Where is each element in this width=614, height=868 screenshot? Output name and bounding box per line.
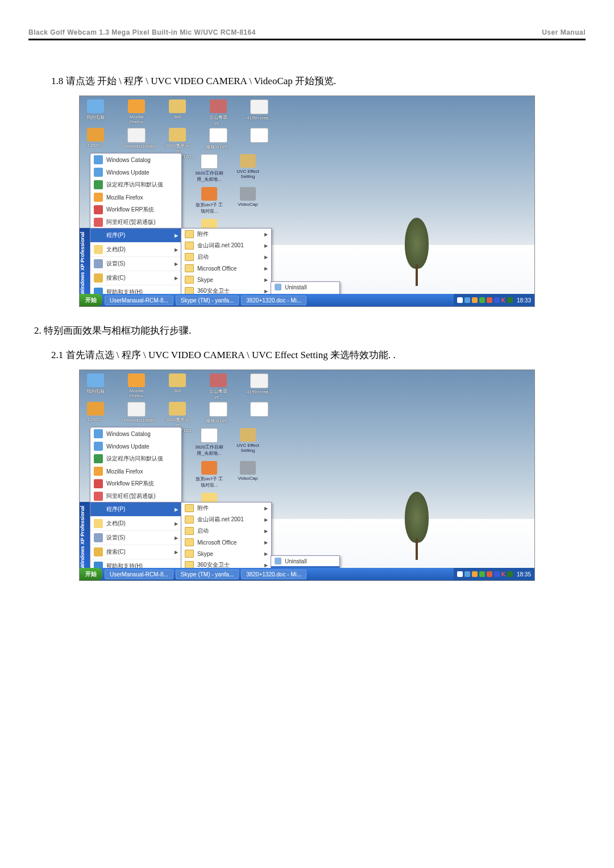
- mid-icon[interactable]: UVC Effect Setting: [232, 154, 264, 182]
- chevron-right-icon: ▶: [175, 276, 178, 281]
- start-item[interactable]: 设定程序访问和默认值: [90, 452, 181, 465]
- chevron-right-icon: ▶: [175, 521, 178, 526]
- taskbar-button[interactable]: Skype (TM) - yanfa...: [176, 570, 239, 579]
- page-header: Black Golf Webcam 1.3 Mega Pixel Built-i…: [28, 28, 586, 40]
- start-item[interactable]: 设定程序访问和默认值: [90, 178, 181, 191]
- start-item[interactable]: 阿里旺旺(贸易通版): [90, 490, 181, 502]
- start-button[interactable]: 开始: [80, 294, 102, 306]
- start-documents[interactable]: 文档(D)▶: [90, 242, 181, 256]
- start-search[interactable]: 搜索(C)▶: [90, 271, 181, 285]
- tray-icon[interactable]: [494, 571, 500, 577]
- desktop-icon-row1: 我的电脑 Mozilla Firefox 360 金山毒霸vs... 4159+…: [83, 373, 272, 400]
- program-item[interactable]: Skype▶: [181, 274, 271, 285]
- chevron-right-icon: ▶: [175, 247, 178, 252]
- chevron-right-icon: ▶: [175, 550, 178, 555]
- tray-icon[interactable]: [472, 571, 478, 577]
- uvc-uninstall[interactable]: Uninstall: [271, 282, 339, 292]
- desktop-icon[interactable]: 金山毒霸vs...: [206, 99, 231, 126]
- chevron-right-icon: ▶: [175, 261, 178, 267]
- tray-icon[interactable]: [507, 297, 513, 303]
- mid-icon[interactable]: UVC Effect Setting: [232, 428, 264, 456]
- clock: 18:35: [515, 571, 531, 578]
- tray-icon[interactable]: [464, 297, 470, 303]
- desktop-icon[interactable]: 金山毒霸vs...: [206, 373, 231, 400]
- windows-xp-sidebar: Windows XP Professional: [80, 228, 90, 301]
- desktop-icon[interactable]: Mozilla Firefox: [124, 373, 149, 400]
- start-item[interactable]: 阿里旺旺(贸易通版): [90, 216, 181, 229]
- desktop-icon[interactable]: 4159+crea...: [247, 373, 272, 400]
- start-settings[interactable]: 设置(S)▶: [90, 530, 181, 545]
- start-search[interactable]: 搜索(C)▶: [90, 545, 181, 559]
- taskbar-button[interactable]: 3820+1320.doc - Mi...: [241, 296, 306, 305]
- desktop-mid-icons: 3820工作目标 用_夫叔地... UVC Effect Setting 放宽v…: [193, 154, 264, 239]
- program-item[interactable]: Microsoft Office▶: [181, 263, 271, 274]
- section-1-8: 1.8 请点选 开始 \ 程序 \ UVC VIDEO CAMERA \ Vid…: [51, 74, 586, 88]
- mid-icon[interactable]: VideoCap: [232, 187, 264, 214]
- program-item[interactable]: 附件▶: [181, 502, 271, 514]
- desktop-icon[interactable]: 4159+crea...: [247, 99, 272, 126]
- tray-icon[interactable]: [487, 297, 492, 303]
- desktop-icon[interactable]: 我的电脑: [83, 373, 108, 400]
- start-item[interactable]: Workflow ERP系统: [90, 477, 181, 490]
- desktop-icon[interactable]: Mozilla Firefox: [124, 99, 149, 126]
- tray-icon[interactable]: [479, 571, 485, 577]
- desktop-icon[interactable]: 我的电脑: [83, 99, 108, 126]
- start-item[interactable]: Windows Update: [90, 440, 181, 452]
- system-tray[interactable]: K 18:33: [454, 294, 534, 306]
- tree: [407, 492, 426, 560]
- chevron-right-icon: ▶: [175, 535, 178, 541]
- system-tray[interactable]: K 18:35: [454, 568, 534, 580]
- program-item[interactable]: Microsoft Office▶: [181, 537, 271, 548]
- program-item[interactable]: 启动▶: [181, 251, 271, 263]
- uvc-uninstall[interactable]: Uninstall: [271, 556, 339, 566]
- chevron-right-icon: ▶: [175, 507, 178, 512]
- start-programs[interactable]: 程序(P)▶: [90, 502, 181, 516]
- screenshot-1: 我的电脑 Mozilla Firefox 360 金山毒霸vs... 4159+…: [79, 95, 535, 307]
- mid-icon[interactable]: VideoCap: [232, 461, 264, 488]
- tray-icon[interactable]: [464, 571, 470, 577]
- program-item[interactable]: 附件▶: [181, 229, 271, 240]
- tray-icon[interactable]: [457, 571, 463, 577]
- start-settings[interactable]: 设置(S)▶: [90, 256, 181, 271]
- desktop-icon-row1: 我的电脑 Mozilla Firefox 360 金山毒霸vs... 4159+…: [83, 99, 272, 126]
- header-right: User Manual: [542, 28, 586, 36]
- tree: [407, 218, 426, 286]
- mid-icon[interactable]: 3820工作目标 用_夫叔地...: [193, 428, 225, 456]
- section-2: 2. 特别画面效果与相框功能执行步骤.: [34, 324, 586, 337]
- tray-k-icon[interactable]: K: [501, 571, 505, 578]
- desktop-icon[interactable]: 360: [165, 373, 190, 400]
- program-item[interactable]: Skype▶: [181, 548, 271, 559]
- section-2-1: 2.1 首先请点选 \ 程序 \ UVC VIDEO CAMERA \ UVC …: [51, 348, 586, 362]
- start-item[interactable]: Windows Update: [90, 166, 181, 178]
- taskbar-button[interactable]: UserManaual-RCM-8...: [105, 296, 173, 305]
- program-item[interactable]: 金山词霸.net 2001▶: [181, 514, 271, 525]
- program-item[interactable]: 启动▶: [181, 525, 271, 537]
- tray-k-icon[interactable]: K: [501, 297, 505, 304]
- taskbar-button[interactable]: Skype (TM) - yanfa...: [176, 296, 239, 305]
- desktop-icon[interactable]: 360: [165, 99, 190, 126]
- tray-icon[interactable]: [472, 297, 478, 303]
- tray-icon[interactable]: [457, 297, 463, 303]
- tray-icon[interactable]: [507, 571, 513, 577]
- desktop-mid-icons: 3820工作目标 用_夫叔地... UVC Effect Setting 放宽v…: [193, 428, 264, 513]
- taskbar-button[interactable]: UserManaual-RCM-8...: [105, 570, 173, 579]
- tray-icon[interactable]: [494, 297, 500, 303]
- screenshot-2: 我的电脑 Mozilla Firefox 360 金山毒霸vs... 4159+…: [79, 369, 535, 581]
- start-item[interactable]: Mozilla Firefox: [90, 191, 181, 203]
- program-item[interactable]: 金山词霸.net 2001▶: [181, 240, 271, 251]
- mid-icon[interactable]: 3820工作目标 用_夫叔地...: [193, 154, 225, 182]
- tray-icon[interactable]: [479, 297, 485, 303]
- start-programs[interactable]: 程序(P)▶: [90, 229, 181, 242]
- taskbar-button[interactable]: 3820+1320.doc - Mi...: [241, 570, 306, 579]
- start-documents[interactable]: 文档(D)▶: [90, 516, 181, 530]
- start-item[interactable]: Windows Catalog: [90, 427, 181, 440]
- chevron-right-icon: ▶: [175, 233, 178, 238]
- start-item[interactable]: Windows Catalog: [90, 153, 181, 166]
- start-button[interactable]: 开始: [80, 568, 102, 580]
- mid-icon[interactable]: 放宽vin7子 工场对应...: [193, 461, 225, 488]
- start-item[interactable]: Workflow ERP系统: [90, 203, 181, 216]
- tray-icon[interactable]: [487, 571, 492, 577]
- mid-icon[interactable]: 放宽vin7子 工场对应...: [193, 187, 225, 214]
- start-item[interactable]: Mozilla Firefox: [90, 465, 181, 477]
- taskbar: 开始 UserManaual-RCM-8... Skype (TM) - yan…: [80, 568, 534, 580]
